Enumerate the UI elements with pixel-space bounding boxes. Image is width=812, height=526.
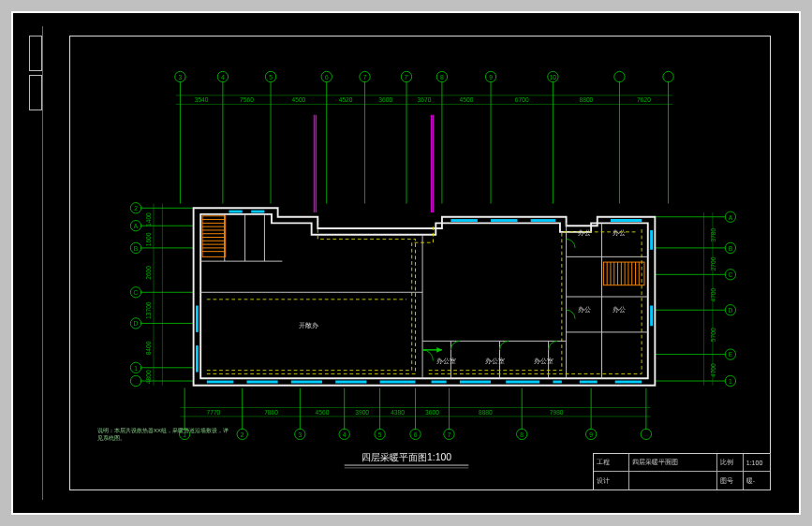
tb-sheet-label: 图号 (717, 472, 744, 489)
svg-text:3600: 3600 (425, 409, 439, 416)
tb-blank (629, 472, 717, 489)
svg-text:D: D (728, 307, 732, 314)
svg-text:3670: 3670 (418, 96, 432, 103)
svg-text:8800: 8800 (580, 96, 594, 103)
svg-text:4500: 4500 (292, 96, 306, 103)
svg-text:6: 6 (414, 431, 418, 438)
drawing-note: 说明：本层共设散热器XX组，采暖管道沿墙敷设，详见系统图。 (97, 428, 229, 443)
svg-text:E: E (729, 351, 733, 358)
doors (422, 239, 575, 360)
svg-text:1: 1 (134, 365, 138, 372)
svg-text:4520: 4520 (339, 96, 353, 103)
ruler-left (26, 26, 43, 500)
drawing-title: 四层采暖平面图1:100 (362, 452, 451, 462)
titleblock: 工程 四层采暖平面图 比例 1:100 设计 图号 暖- (593, 453, 771, 490)
svg-marker-194 (436, 347, 442, 353)
left-grid (154, 204, 162, 386)
heating-pipes (207, 226, 642, 373)
svg-text:3: 3 (179, 74, 183, 80)
svg-text:3600: 3600 (378, 96, 392, 103)
svg-text:4560: 4560 (316, 409, 330, 416)
svg-text:3540: 3540 (195, 96, 209, 103)
svg-text:2: 2 (134, 205, 138, 212)
svg-text:5: 5 (378, 431, 382, 438)
stair-right (603, 262, 644, 285)
svg-rect-171 (202, 216, 226, 257)
svg-text:B: B (729, 245, 733, 252)
svg-text:办公: 办公 (578, 306, 591, 313)
svg-text:4800: 4800 (145, 370, 152, 384)
stair-left (202, 216, 226, 257)
svg-text:4700: 4700 (710, 287, 716, 301)
svg-text:7620: 7620 (637, 96, 651, 103)
svg-text:4: 4 (221, 74, 225, 80)
svg-text:C: C (728, 271, 732, 278)
svg-text:办公室: 办公室 (436, 358, 456, 364)
svg-text:D: D (134, 320, 139, 327)
flow-arrow (422, 347, 442, 353)
svg-text:办公室: 办公室 (485, 358, 505, 364)
svg-rect-182 (603, 262, 644, 285)
tb-title: 四层采暖平面图 (629, 454, 717, 471)
svg-text:8: 8 (520, 431, 524, 438)
cad-viewport: 3435405756064500745207'36008367094500106… (0, 0, 812, 526)
tb-scale: 1:100 (744, 454, 770, 471)
svg-text:8880: 8880 (479, 409, 493, 416)
svg-text:1600: 1600 (145, 232, 152, 246)
svg-text:8400: 8400 (145, 341, 152, 355)
svg-text:4700: 4700 (710, 363, 716, 377)
tb-design-label: 设计 (594, 472, 629, 489)
svg-text:4500: 4500 (460, 96, 474, 103)
svg-text:办公室: 办公室 (534, 358, 554, 364)
svg-text:3780: 3780 (710, 227, 716, 241)
svg-text:2600: 2600 (145, 266, 152, 280)
svg-point-81 (641, 429, 651, 439)
svg-text:9: 9 (489, 74, 493, 80)
svg-text:办公: 办公 (613, 229, 626, 236)
tb-sheet: 暖- (744, 472, 770, 489)
svg-text:A: A (134, 223, 139, 229)
svg-text:A: A (729, 214, 733, 221)
svg-text:10: 10 (550, 74, 557, 80)
svg-text:4: 4 (343, 431, 347, 438)
svg-text:7: 7 (448, 431, 451, 438)
svg-text:开敞办: 开敞办 (299, 322, 318, 329)
svg-text:5: 5 (269, 74, 273, 80)
svg-text:7860: 7860 (264, 409, 278, 416)
svg-text:5700: 5700 (710, 328, 716, 342)
svg-text:7560: 7560 (240, 96, 254, 103)
svg-text:3900: 3900 (355, 409, 369, 416)
svg-text:办公: 办公 (578, 229, 591, 236)
svg-text:7: 7 (363, 74, 367, 80)
svg-text:1: 1 (729, 378, 732, 385)
svg-text:7770: 7770 (207, 409, 221, 416)
svg-text:6700: 6700 (515, 96, 529, 103)
svg-text:B: B (134, 245, 139, 252)
svg-text:办公: 办公 (613, 306, 626, 313)
svg-point-41 (663, 71, 673, 81)
svg-point-38 (614, 71, 625, 81)
svg-text:13700: 13700 (145, 301, 152, 319)
svg-text:2: 2 (241, 431, 244, 438)
tb-proj-label: 工程 (594, 454, 629, 471)
svg-text:7980: 7980 (550, 409, 564, 416)
svg-text:1400: 1400 (145, 212, 152, 226)
svg-text:3: 3 (298, 431, 302, 438)
svg-text:C: C (134, 289, 139, 296)
svg-text:9: 9 (589, 431, 593, 438)
svg-text:2700: 2700 (710, 256, 716, 270)
canvas-frame[interactable]: 3435405756064500745207'36008367094500106… (11, 11, 801, 515)
svg-text:8: 8 (440, 74, 444, 80)
tb-scale-label: 比例 (717, 454, 744, 471)
svg-text:6: 6 (325, 74, 329, 80)
svg-point-108 (130, 375, 140, 386)
svg-text:4380: 4380 (391, 409, 405, 416)
svg-text:7': 7' (405, 74, 409, 80)
